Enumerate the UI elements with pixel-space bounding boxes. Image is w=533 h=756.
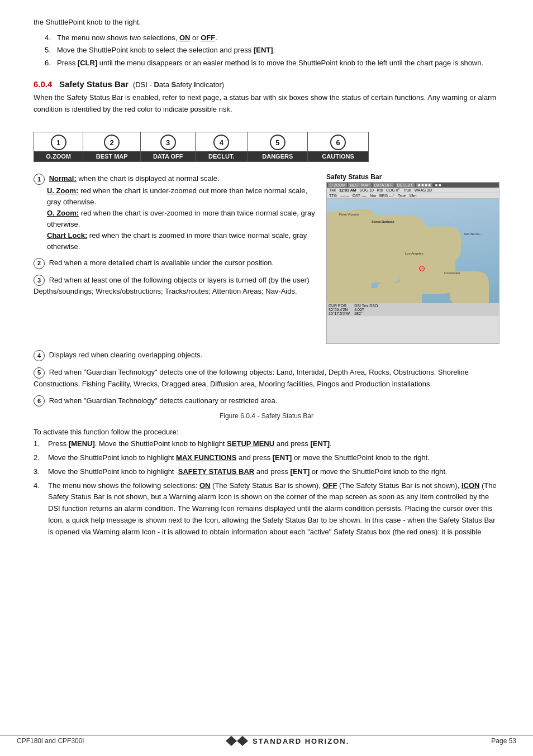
- status-circle-5: 5: [270, 135, 285, 150]
- status-label-6: CAUTIONS: [308, 151, 368, 161]
- footer-logo: STANDARD HORIZON.: [226, 736, 349, 746]
- item-circle-4: 4: [34, 350, 45, 361]
- item-3: 3 Red when at least one of the following…: [34, 275, 316, 298]
- item-5: 5 Red when "Guardian Technology" detects…: [34, 367, 499, 390]
- svg-marker-1: [237, 736, 248, 746]
- status-bar-diagram: 1 O.ZOOM 2 BEST MAP 3 DATA OFF 4 DECLUT.…: [34, 132, 369, 162]
- label-la: Los Angeles: [405, 252, 423, 255]
- safety-status-bar-image: O.ZOOM BEST MAP DATA OFF DECLUT. ■ ■ ■ ■…: [326, 182, 499, 344]
- map-bottom-bar: CUR POS 32°56.4'2N 10°17.5'X'W DSI Tmi D…: [327, 303, 499, 316]
- proc-item-2: 2. Move the ShuttlePoint knob to highlig…: [34, 452, 499, 464]
- brand-name: STANDARD HORIZON.: [253, 737, 349, 745]
- item-circle-1: 1: [34, 174, 45, 185]
- land-4: [327, 243, 372, 294]
- label-santa-barbara: Santa Barbara: [372, 220, 394, 223]
- status-label-4: DECLUT.: [196, 151, 247, 161]
- land-7: [450, 271, 489, 305]
- status-label-2: BEST MAP: [83, 151, 140, 161]
- section-title: 6.0.4 Safety Status Bar (DSI - Data Safe…: [34, 79, 499, 89]
- figure-caption: Figure 6.0.4 - Safety Status Bar: [34, 412, 499, 420]
- intro-item-4: 4. The menu now shows two selections, ON…: [45, 32, 499, 44]
- proc-item-3: 3. Move the ShuttlePoint knob to highlig…: [34, 466, 499, 478]
- status-box-6: 6 CAUTIONS: [308, 132, 368, 161]
- procedure-intro: To activate this function follow the pro…: [34, 427, 499, 438]
- left-col: 1 Normal: when the chart is displayed at…: [34, 173, 316, 344]
- land-5: [366, 255, 399, 283]
- intro-text: the ShuttlePoint knob to the right.: [34, 17, 499, 28]
- map-area: Santa Barbara Point Vicente Los Angeles …: [327, 199, 499, 316]
- status-circle-1: 1: [51, 135, 66, 150]
- label-pv: Point Vicente: [339, 213, 359, 216]
- status-box-2: 2 BEST MAP: [83, 132, 141, 161]
- procedure-section: To activate this function follow the pro…: [34, 427, 499, 538]
- status-box-1: 1 O.ZOOM: [34, 132, 83, 161]
- map-header: O.ZOOM BEST MAP DATA OFF DECLUT. ■ ■ ■ ■…: [327, 183, 499, 188]
- right-col: Safety Status Bar O.ZOOM BEST MAP DATA O…: [326, 173, 499, 344]
- footer-right: Page 53: [491, 737, 516, 745]
- ssb-title: Safety Status Bar: [326, 173, 499, 181]
- status-box-5: 5 DANGERS: [248, 132, 308, 161]
- status-circle-6: 6: [330, 135, 346, 150]
- intro-item-5: 5. Move the ShuttlePoint knob to select …: [45, 45, 499, 56]
- status-box-3: 3 DATA OFF: [141, 132, 196, 161]
- status-label-1: O.ZOOM: [34, 151, 83, 161]
- item-circle-5: 5: [34, 367, 45, 379]
- footer-left: CPF180i and CPF300i: [17, 737, 84, 745]
- main-content: 1 Normal: when the chart is displayed at…: [34, 173, 499, 344]
- item-circle-6: 6: [34, 395, 45, 406]
- item-6: 6 Red when "Guardian Technology" detects…: [34, 395, 499, 407]
- label-oceanside: Oceanside: [444, 271, 460, 275]
- status-label-3: DATA OFF: [141, 151, 195, 161]
- logo-icon: [226, 736, 248, 746]
- item-2: 2 Red when a more detailed chart is avai…: [34, 257, 316, 269]
- item-1: 1 Normal: when the chart is displayed at…: [34, 173, 316, 252]
- map-data-row2: TTG ---:--- DST ---- Nm BRG ---° True 13…: [327, 193, 499, 199]
- label-san-bernardino: San Berna...: [464, 232, 482, 236]
- section-description: When the Safety Status Bar is enabled, r…: [34, 92, 499, 116]
- intro-item-6: 6. Press [CLR] until the menu disappears…: [45, 58, 499, 69]
- intro-list: 4. The menu now shows two selections, ON…: [34, 32, 499, 69]
- item-circle-2: 2: [34, 258, 45, 269]
- map-data-row1: TMI 12:01 AM SOG 10 Kts COG 0° True WAAS…: [327, 188, 499, 193]
- page: the ShuttlePoint knob to the right. 4. T…: [0, 0, 533, 756]
- proc-item-4: 4. The menu now shows the following sele…: [34, 480, 499, 538]
- status-circle-4: 4: [213, 135, 229, 150]
- procedure-list: 1. Press [MENU]. Move the ShuttlePoint k…: [34, 438, 499, 538]
- status-circle-2: 2: [104, 135, 120, 150]
- proc-item-1: 1. Press [MENU]. Move the ShuttlePoint k…: [34, 438, 499, 450]
- status-label-5: DANGERS: [248, 151, 307, 161]
- svg-marker-0: [226, 736, 237, 746]
- status-bar-diagram-wrapper: 1 O.ZOOM 2 BEST MAP 3 DATA OFF 4 DECLUT.…: [34, 123, 499, 168]
- item-circle-3: 3: [34, 275, 45, 286]
- item-4: 4 Displays red when clearing overlapping…: [34, 350, 499, 361]
- status-circle-3: 3: [160, 135, 176, 150]
- footer: CPF180i and CPF300i STANDARD HORIZON. Pa…: [0, 735, 533, 746]
- status-box-4: 4 DECLUT.: [196, 132, 248, 161]
- intro-line: the ShuttlePoint knob to the right.: [34, 18, 141, 26]
